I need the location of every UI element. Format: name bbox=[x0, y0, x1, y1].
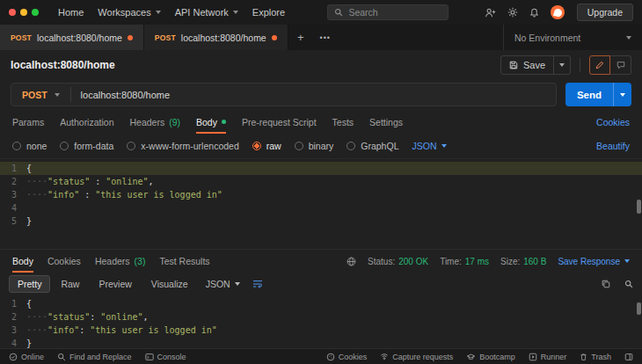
cookies-label: Cookies bbox=[339, 353, 368, 361]
tab-authorization[interactable]: Authorization bbox=[60, 110, 113, 134]
language-label: JSON bbox=[412, 141, 436, 151]
tab-settings[interactable]: Settings bbox=[369, 110, 403, 134]
method-selector[interactable]: POST bbox=[11, 90, 70, 100]
request-body-editor[interactable]: 1 { 2 ····"status" : "online", 3 ····"in… bbox=[0, 158, 642, 249]
edit-comment-group bbox=[589, 55, 631, 75]
title-actions: Save bbox=[500, 55, 631, 75]
trash-button[interactable]: Trash bbox=[580, 353, 611, 361]
code-text: { bbox=[26, 162, 32, 175]
wrap-lines-icon[interactable] bbox=[252, 280, 263, 288]
menu-api-network[interactable]: API Network bbox=[168, 4, 245, 21]
tab-options-button[interactable]: ••• bbox=[313, 25, 338, 50]
mode-form-data[interactable]: form-data bbox=[60, 141, 113, 151]
search-response-icon[interactable] bbox=[624, 280, 633, 288]
settings-gear-icon[interactable] bbox=[507, 7, 518, 18]
whitespace-dots: ···· bbox=[26, 190, 47, 200]
environment-selector[interactable]: No Environment bbox=[503, 25, 642, 50]
close-window-button[interactable] bbox=[9, 9, 16, 16]
code-line: 1 { bbox=[0, 297, 642, 310]
editor-scrollbar[interactable] bbox=[637, 302, 641, 315]
whitespace-dots: ···· bbox=[26, 325, 47, 335]
menu-workspaces[interactable]: Workspaces bbox=[91, 4, 167, 21]
cookies-manager-button[interactable]: Cookies bbox=[326, 353, 368, 361]
editor-scrollbar[interactable] bbox=[637, 200, 641, 214]
mode-raw[interactable]: raw bbox=[252, 141, 281, 151]
find-replace-button[interactable]: Find and Replace bbox=[57, 353, 132, 361]
new-tab-button[interactable]: + bbox=[288, 25, 313, 50]
online-label: Online bbox=[21, 353, 44, 361]
console-label: Console bbox=[157, 353, 186, 361]
invite-user-icon[interactable] bbox=[485, 8, 496, 18]
json-separator: : bbox=[90, 312, 100, 322]
bootcamp-button[interactable]: Bootcamp bbox=[466, 353, 515, 361]
tab-body[interactable]: Body bbox=[196, 110, 226, 134]
response-tab-headers[interactable]: Headers(3) bbox=[95, 250, 146, 273]
tab-method-label: POST bbox=[155, 33, 176, 42]
mode-graphql[interactable]: GraphQL bbox=[347, 141, 398, 151]
view-visualize-button[interactable]: Visualize bbox=[142, 275, 197, 293]
console-button[interactable]: Console bbox=[145, 353, 186, 361]
minimize-window-button[interactable] bbox=[20, 9, 27, 16]
upgrade-button[interactable]: Upgrade bbox=[577, 4, 633, 21]
chevron-down-icon bbox=[624, 259, 630, 263]
mode-none[interactable]: none bbox=[12, 141, 47, 151]
menu-workspaces-label: Workspaces bbox=[98, 7, 150, 18]
capture-requests-button[interactable]: Capture requests bbox=[380, 353, 453, 361]
save-response-button[interactable]: Save Response bbox=[558, 257, 630, 266]
copy-icon[interactable] bbox=[602, 280, 610, 288]
toggle-panel-button[interactable] bbox=[624, 353, 633, 361]
postman-account-avatar[interactable] bbox=[551, 5, 565, 19]
url-input[interactable]: localhost:8080/home bbox=[71, 90, 180, 100]
tab-pre-request-script[interactable]: Pre-request Script bbox=[242, 110, 317, 134]
mode-binary[interactable]: binary bbox=[295, 141, 334, 151]
view-raw-button[interactable]: Raw bbox=[52, 275, 88, 293]
response-body-editor[interactable]: 1 { 2 ····"status": "online", 3 ····"inf… bbox=[0, 295, 642, 348]
json-value: "this user is logged in" bbox=[90, 325, 217, 335]
globe-icon[interactable] bbox=[347, 257, 356, 266]
tab-label: Tests bbox=[332, 117, 354, 127]
online-status[interactable]: Online bbox=[9, 353, 44, 361]
runner-button[interactable]: Runner bbox=[529, 353, 567, 361]
tab-params[interactable]: Params bbox=[12, 110, 44, 134]
request-tab-1[interactable]: POST localhost:8080/home bbox=[0, 25, 144, 50]
zoom-window-button[interactable] bbox=[32, 9, 39, 16]
comments-button[interactable] bbox=[610, 55, 631, 75]
save-options-button[interactable] bbox=[554, 56, 570, 74]
json-value: "online" bbox=[106, 177, 148, 186]
rename-request-button[interactable] bbox=[589, 55, 610, 75]
line-number: 5 bbox=[0, 215, 26, 228]
line-number: 3 bbox=[0, 324, 26, 337]
tab-headers[interactable]: Headers(9) bbox=[129, 110, 180, 134]
chevron-down-icon bbox=[559, 63, 565, 67]
mode-x-www-form-urlencoded[interactable]: x-www-form-urlencoded bbox=[127, 141, 238, 151]
code-text: ····"info" : "this user is logged in" bbox=[26, 188, 223, 201]
body-mode-row: none form-data x-www-form-urlencoded raw… bbox=[0, 134, 642, 158]
view-preview-button[interactable]: Preview bbox=[90, 275, 140, 293]
request-tab-2[interactable]: POST localhost:8080/home bbox=[144, 25, 288, 50]
line-number: 4 bbox=[0, 337, 26, 348]
menu-api-network-label: API Network bbox=[175, 7, 229, 18]
notifications-bell-icon[interactable] bbox=[529, 7, 539, 18]
response-tab-test-results[interactable]: Test Results bbox=[159, 250, 209, 273]
trash-label: Trash bbox=[591, 353, 611, 361]
save-button[interactable]: Save bbox=[501, 56, 553, 74]
language-selector[interactable]: JSON bbox=[412, 141, 446, 151]
json-separator: : bbox=[79, 190, 95, 200]
send-button[interactable]: Send bbox=[565, 83, 613, 106]
response-language-selector[interactable]: JSON bbox=[199, 279, 247, 289]
edit-pencil-icon bbox=[595, 61, 604, 69]
response-section-tabs: Body Cookies Headers(3) Test Results Sta… bbox=[0, 249, 642, 273]
response-tab-cookies[interactable]: Cookies bbox=[47, 250, 81, 273]
panel-toggle-icon bbox=[624, 353, 633, 361]
response-tab-body[interactable]: Body bbox=[12, 250, 33, 273]
line-number: 3 bbox=[0, 188, 26, 201]
mode-label: raw bbox=[266, 141, 281, 151]
menu-home[interactable]: Home bbox=[51, 4, 91, 21]
global-search-input[interactable]: Search bbox=[327, 4, 449, 20]
menu-explore[interactable]: Explore bbox=[245, 4, 292, 21]
beautify-link[interactable]: Beautify bbox=[596, 141, 630, 151]
view-pretty-button[interactable]: Pretty bbox=[9, 275, 50, 293]
tab-tests[interactable]: Tests bbox=[332, 110, 354, 134]
send-options-button[interactable] bbox=[614, 83, 631, 106]
cookies-link[interactable]: Cookies bbox=[596, 117, 630, 127]
